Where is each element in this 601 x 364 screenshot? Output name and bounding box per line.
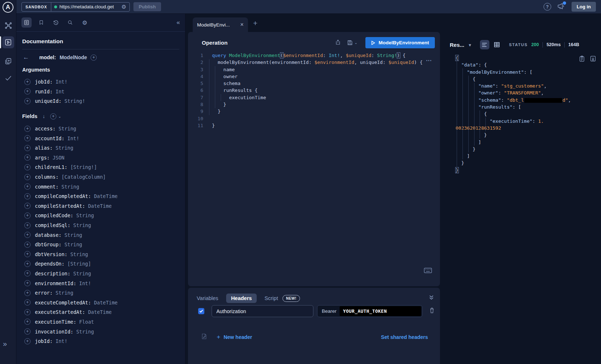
field-name[interactable]: compileStartedAt: [35, 203, 85, 209]
field-type[interactable]: DateTime [88, 309, 112, 315]
checks-icon[interactable] [2, 72, 14, 84]
field-name[interactable]: compiledCode: [35, 213, 73, 218]
field-name[interactable]: dbtVersion: [35, 251, 67, 257]
code-line[interactable]: executionTime [212, 94, 429, 101]
field-type[interactable]: Int [56, 89, 64, 94]
add-field-to-query-button[interactable]: + [24, 126, 31, 132]
field-type[interactable]: String [64, 232, 82, 238]
operation-tab[interactable]: ModelByEnvi... × [193, 17, 248, 32]
code-line[interactable]: query ModelByEnvironment($environmentId:… [212, 52, 429, 59]
field-type[interactable]: Int! [56, 338, 68, 344]
field-name[interactable]: comment: [35, 184, 59, 190]
add-field-to-query-button[interactable]: + [24, 203, 31, 209]
field-name[interactable]: args: [35, 155, 50, 161]
save-chevron-icon[interactable]: ⌄ [354, 41, 357, 45]
save-operation-group[interactable]: ⌄ [347, 40, 357, 46]
code-line[interactable] [212, 115, 429, 122]
raw-view-icon[interactable] [480, 40, 489, 49]
add-field-to-query-button[interactable]: + [24, 174, 31, 180]
header-value-input[interactable]: Bearer YOUR_AUTH_TOKEN [317, 305, 422, 317]
table-view-icon[interactable] [492, 40, 502, 49]
explorer-icon[interactable] [2, 36, 14, 48]
field-type[interactable]: Int! [67, 136, 79, 141]
tab-headers[interactable]: Headers [226, 294, 256, 303]
help-icon[interactable]: ? [544, 3, 551, 11]
keyboard-shortcuts-icon[interactable] [424, 268, 432, 275]
field-name[interactable]: invocationId: [35, 329, 73, 335]
field-name[interactable]: dbtGroup: [35, 242, 61, 247]
add-field-to-query-button[interactable]: + [24, 145, 31, 151]
add-field-to-query-button[interactable]: + [24, 88, 31, 94]
field-type[interactable]: String [70, 251, 88, 257]
add-fields-chevron-icon[interactable]: ⌄ [58, 114, 61, 118]
field-type[interactable]: String [73, 222, 91, 228]
back-arrow-icon[interactable]: ← [23, 54, 29, 61]
field-type[interactable]: String [56, 290, 73, 296]
auth-token-value[interactable]: YOUR_AUTH_TOKEN [340, 306, 421, 316]
field-type[interactable]: String [64, 242, 82, 247]
field-type[interactable]: String! [64, 98, 85, 104]
field-type[interactable]: String [56, 145, 73, 151]
response-dropdown[interactable]: Res... [450, 42, 464, 48]
field-name[interactable]: database: [35, 232, 61, 238]
add-field-to-query-button[interactable]: + [24, 242, 31, 248]
header-key-input[interactable] [212, 305, 313, 317]
field-type[interactable]: [String!] [70, 164, 97, 170]
code-line[interactable]: } [212, 122, 429, 129]
new-header-button[interactable]: + New header [217, 333, 252, 341]
new-tab-button[interactable]: + [253, 19, 257, 28]
login-button[interactable]: Log in [572, 2, 596, 12]
add-field-to-query-button[interactable]: + [24, 183, 31, 190]
collapse-footer-icon[interactable] [429, 295, 434, 302]
field-name[interactable]: executionTime: [35, 319, 76, 325]
field-type[interactable]: [CatalogColumn] [61, 174, 106, 180]
field-type[interactable]: String [73, 271, 91, 276]
add-field-to-query-button[interactable]: + [24, 232, 31, 238]
apollo-logo-icon[interactable]: A [3, 2, 13, 13]
field-name[interactable]: jobId: [35, 79, 53, 85]
header-enabled-checkbox[interactable] [198, 308, 204, 314]
field-type[interactable]: String [59, 126, 76, 132]
schema-graph-icon[interactable] [2, 20, 14, 32]
add-field-to-query-button[interactable]: + [24, 299, 31, 306]
field-type[interactable]: Int! [79, 280, 91, 286]
field-type[interactable]: DateTime [94, 193, 117, 199]
code-line[interactable]: modelByEnvironment(environmentId: $envir… [212, 59, 429, 66]
field-name[interactable]: jobId: [35, 338, 53, 344]
field-name[interactable]: columns: [35, 174, 59, 180]
tab-script[interactable]: Script [265, 295, 278, 301]
field-type[interactable]: String [76, 213, 94, 218]
code-line[interactable]: owner [212, 73, 429, 80]
field-name[interactable]: childrenL1: [35, 164, 67, 170]
field-name[interactable]: alias: [35, 145, 53, 151]
add-field-to-query-button[interactable]: + [24, 328, 31, 335]
field-name[interactable]: uniqueId: [35, 98, 61, 104]
field-type[interactable]: DateTime [94, 300, 117, 306]
add-all-fields-button[interactable]: + [50, 113, 56, 120]
add-field-to-query-button[interactable]: + [24, 309, 31, 315]
add-field-to-query-button[interactable]: + [24, 164, 31, 170]
delete-header-icon[interactable] [429, 307, 435, 315]
bookmarks-icon[interactable] [36, 17, 46, 28]
expand-rail-icon[interactable]: » [3, 340, 7, 348]
field-name[interactable]: compileCompletedAt: [35, 193, 91, 199]
endpoint-url[interactable]: https://metadata.cloud.get [60, 4, 119, 9]
sort-fields-icon[interactable]: ↓ [43, 113, 45, 119]
sandbox-collections-icon[interactable] [2, 55, 14, 67]
field-name[interactable]: executeStartedAt: [35, 309, 85, 315]
documentation-tab-icon[interactable] [21, 17, 32, 28]
field-name[interactable]: environmentId: [35, 280, 76, 286]
add-field-to-query-button[interactable]: + [24, 213, 31, 219]
add-field-to-query-button[interactable]: + [24, 319, 31, 325]
history-icon[interactable] [51, 17, 61, 28]
close-tab-icon[interactable]: × [240, 21, 244, 28]
field-name[interactable]: accountId: [35, 136, 64, 141]
code-line[interactable]: } [212, 108, 429, 115]
code-line[interactable]: runResults { [212, 87, 429, 94]
field-name[interactable]: dependsOn: [35, 261, 64, 267]
code-line[interactable]: } [212, 101, 429, 108]
share-operation-icon[interactable] [335, 39, 341, 47]
collapse-panel-icon[interactable]: « [177, 19, 180, 26]
graphql-editor[interactable]: 1234567891011 query ModelByEnvironment($… [188, 52, 440, 270]
add-field-to-query-button[interactable]: + [24, 79, 31, 85]
